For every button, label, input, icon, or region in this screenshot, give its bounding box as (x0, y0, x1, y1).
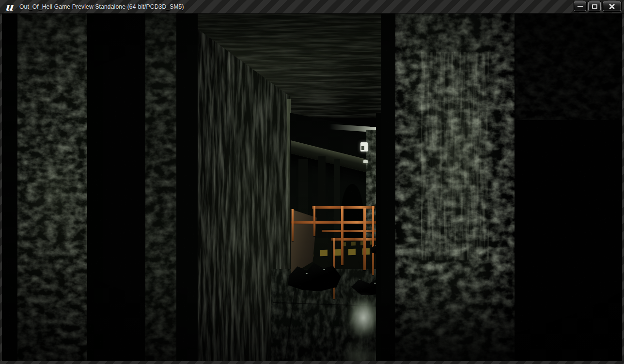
right-wall-corner-shadow (376, 113, 386, 361)
right-wall-floor-shadow (381, 275, 515, 361)
doorway-opening (290, 113, 376, 361)
unreal-logo-icon: u (2, 1, 16, 12)
left-pillar-far (145, 14, 176, 361)
film-grain (2, 14, 622, 361)
window-title: Out_Of_Hell Game Preview Standalone (64-… (19, 3, 184, 10)
debris-pile (284, 257, 343, 291)
guardrail-bottom (331, 238, 376, 241)
left-wall-edge (2, 14, 17, 361)
concrete-texture (17, 14, 87, 361)
floor-texture (271, 269, 386, 361)
back-room-pillar (318, 156, 326, 243)
small-light-dot (363, 160, 368, 163)
concrete-texture (395, 14, 515, 361)
guardrail-top (312, 206, 375, 209)
right-wall (381, 14, 515, 361)
wall-recess-shadow (176, 14, 198, 361)
concrete-texture (366, 130, 376, 271)
minimize-button[interactable] (574, 1, 586, 11)
app-window: u Out_Of_Hell Game Preview Standalone (6… (0, 0, 624, 364)
white-wall-sign (360, 142, 368, 152)
hazard-stripes (306, 248, 370, 257)
guardrail-post (313, 206, 315, 236)
right-wall-highlight (419, 67, 496, 260)
maximize-icon (592, 4, 597, 9)
back-room-pillar (334, 159, 340, 237)
drip-streak-texture (421, 52, 489, 260)
guardrail-post (292, 209, 294, 241)
game-viewport[interactable] (2, 14, 622, 361)
center-wall-slab (198, 14, 291, 361)
floor-seam (285, 275, 298, 361)
far-right-dark-wall (515, 14, 622, 361)
drip-streak-texture (198, 14, 291, 361)
debris-pile (349, 274, 391, 295)
guardrail-post (333, 238, 335, 299)
leaning-wood-panel (291, 209, 317, 275)
guardrail-post (341, 206, 343, 265)
slab-corner-highlight (287, 99, 291, 361)
beam-shadow (291, 153, 376, 191)
doorway-right-pillar (366, 130, 376, 271)
faint-texture (515, 14, 622, 120)
left-pillar-near (17, 14, 87, 361)
wet-floor-reflection (335, 290, 386, 361)
guardrail-post (363, 208, 366, 270)
ceiling-beam (291, 140, 376, 175)
dark-tank-shape (341, 184, 363, 258)
window-titlebar[interactable]: u Out_Of_Hell Game Preview Standalone (6… (0, 0, 624, 14)
concrete-texture (145, 14, 176, 361)
corridor-floor (271, 269, 386, 361)
maximize-button[interactable] (588, 1, 601, 11)
minimize-icon (577, 6, 583, 7)
window-controls (574, 1, 621, 11)
wall-recess-shadow (87, 14, 103, 361)
scene-ceiling (17, 14, 381, 118)
guardrail-mid (291, 221, 376, 224)
vignette-overlay (2, 14, 622, 361)
lit-ceiling-sliver (329, 124, 376, 133)
dark-wall-band (103, 14, 145, 361)
ceiling-light-patch (17, 14, 182, 44)
back-room-floor (291, 235, 376, 277)
hazard-stripes-faint (341, 241, 372, 246)
wet-floor-streak (348, 351, 383, 361)
guardrail-low (322, 230, 376, 232)
ceiling-streak-texture (17, 14, 381, 118)
pillar-highlight (17, 101, 87, 304)
guardrail-post (372, 206, 374, 275)
close-icon (608, 3, 615, 10)
close-button[interactable] (603, 1, 621, 11)
debris-pile (369, 242, 389, 255)
back-room-pillar (298, 159, 308, 240)
floor-seam (273, 302, 382, 307)
